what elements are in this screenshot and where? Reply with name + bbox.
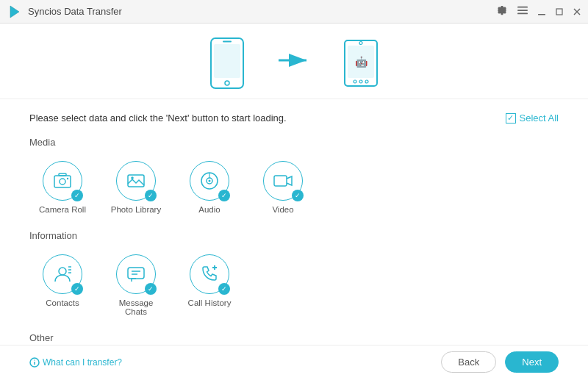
transfer-header: 🤖 <box>0 24 588 99</box>
svg-rect-10 <box>223 41 232 43</box>
svg-point-17 <box>354 80 356 83</box>
svg-point-46 <box>34 359 35 360</box>
camera-roll-check: ✓ <box>71 190 83 201</box>
svg-text:🤖: 🤖 <box>355 56 368 68</box>
app-logo <box>7 4 22 19</box>
instructions-text: Please select data and click the 'Next' … <box>29 112 287 124</box>
svg-rect-0 <box>517 7 528 8</box>
settings-icon[interactable] <box>497 5 507 18</box>
svg-point-19 <box>365 80 368 83</box>
instructions-row: Please select data and click the 'Next' … <box>29 112 559 124</box>
media-section: Media ✓ Camera Roll <box>29 137 559 218</box>
titlebar-title: Syncios Data Transfer <box>28 6 122 17</box>
select-all-checkbox[interactable]: ✓ <box>506 113 516 124</box>
svg-rect-2 <box>517 13 528 15</box>
audio-icon <box>199 171 220 191</box>
footer-buttons: Back Next <box>441 351 559 373</box>
message-chats-check: ✓ <box>145 283 157 295</box>
audio-icon-circle: ✓ <box>190 161 229 201</box>
content-area: Please select data and click the 'Next' … <box>0 99 588 345</box>
android-device-icon: 🤖 <box>342 37 380 90</box>
svg-point-25 <box>131 176 134 179</box>
camera-roll-icon <box>52 171 73 191</box>
svg-rect-22 <box>59 173 66 176</box>
svg-rect-8 <box>214 44 240 78</box>
media-section-label: Media <box>29 137 559 148</box>
video-check: ✓ <box>292 190 304 201</box>
contacts-label: Contacts <box>46 298 79 307</box>
call-history-label: Call History <box>188 298 232 307</box>
titlebar: Syncios Data Transfer <box>0 0 588 24</box>
photo-library-icon <box>126 171 146 191</box>
information-items-grid: ✓ Contacts ✓ Message <box>29 250 559 321</box>
message-chats-icon-circle: ✓ <box>116 254 156 294</box>
svg-rect-1 <box>517 10 528 11</box>
contacts-check: ✓ <box>71 283 83 295</box>
ios-device-icon <box>208 37 246 90</box>
photo-library-label: Photo Library <box>111 205 161 214</box>
svg-point-31 <box>59 268 66 275</box>
photo-library-check: ✓ <box>145 190 157 201</box>
target-device: 🤖 <box>342 37 380 90</box>
media-items-grid: ✓ Camera Roll ✓ Photo Library <box>29 157 559 218</box>
information-section: Information ✓ Contacts <box>29 230 559 321</box>
camera-roll-label: Camera Roll <box>39 205 86 214</box>
photo-library-icon-circle: ✓ <box>116 161 156 201</box>
svg-point-9 <box>225 81 229 85</box>
call-history-check: ✓ <box>218 283 230 295</box>
close-icon[interactable] <box>573 5 581 18</box>
what-can-transfer-text: What can I transfer? <box>43 357 122 368</box>
message-chats-label: Message Chats <box>107 298 165 316</box>
other-section: Other ✓ Calend <box>29 332 559 345</box>
select-all-label: Select All <box>520 112 559 124</box>
svg-point-23 <box>67 178 68 179</box>
svg-point-21 <box>60 179 65 185</box>
video-item[interactable]: ✓ Video <box>250 157 316 218</box>
main-content: 🤖 Please select data and click the 'Next… <box>0 24 588 383</box>
contacts-item[interactable]: ✓ Contacts <box>29 250 96 321</box>
titlebar-left: Syncios Data Transfer <box>7 4 122 19</box>
what-can-transfer-link[interactable]: What can I transfer? <box>29 357 122 368</box>
other-section-label: Other <box>29 332 559 343</box>
video-label: Video <box>272 205 293 214</box>
next-button[interactable]: Next <box>505 351 559 373</box>
svg-rect-30 <box>274 176 287 186</box>
transfer-arrow <box>276 49 312 71</box>
menu-icon[interactable] <box>517 5 528 18</box>
svg-rect-35 <box>128 268 144 279</box>
video-icon <box>273 171 293 191</box>
source-device <box>208 37 246 90</box>
info-icon <box>29 357 40 368</box>
contacts-icon <box>52 264 73 284</box>
contacts-icon-circle: ✓ <box>43 254 82 294</box>
svg-rect-20 <box>54 176 71 187</box>
audio-check: ✓ <box>218 190 230 201</box>
call-history-item[interactable]: ✓ Call History <box>176 250 243 321</box>
camera-roll-icon-circle: ✓ <box>43 161 82 201</box>
select-all-container[interactable]: ✓ Select All <box>506 112 559 124</box>
call-history-icon <box>199 264 220 284</box>
call-history-icon-circle: ✓ <box>190 254 229 294</box>
svg-point-16 <box>359 42 362 45</box>
video-icon-circle: ✓ <box>263 161 303 201</box>
back-button[interactable]: Back <box>441 351 496 373</box>
information-section-label: Information <box>29 230 559 241</box>
titlebar-controls <box>497 5 581 18</box>
message-chats-icon <box>126 264 146 284</box>
message-chats-item[interactable]: ✓ Message Chats <box>103 250 169 321</box>
photo-library-item[interactable]: ✓ Photo Library <box>103 157 169 218</box>
audio-item[interactable]: ✓ Audio <box>176 157 243 218</box>
camera-roll-item[interactable]: ✓ Camera Roll <box>29 157 96 218</box>
restore-icon[interactable] <box>556 5 563 18</box>
svg-point-28 <box>209 180 211 182</box>
svg-point-18 <box>359 80 362 83</box>
footer: What can I transfer? Back Next <box>0 345 588 383</box>
minimize-icon[interactable] <box>538 5 545 18</box>
audio-label: Audio <box>198 205 220 214</box>
svg-rect-3 <box>538 14 545 15</box>
svg-rect-4 <box>556 9 562 15</box>
